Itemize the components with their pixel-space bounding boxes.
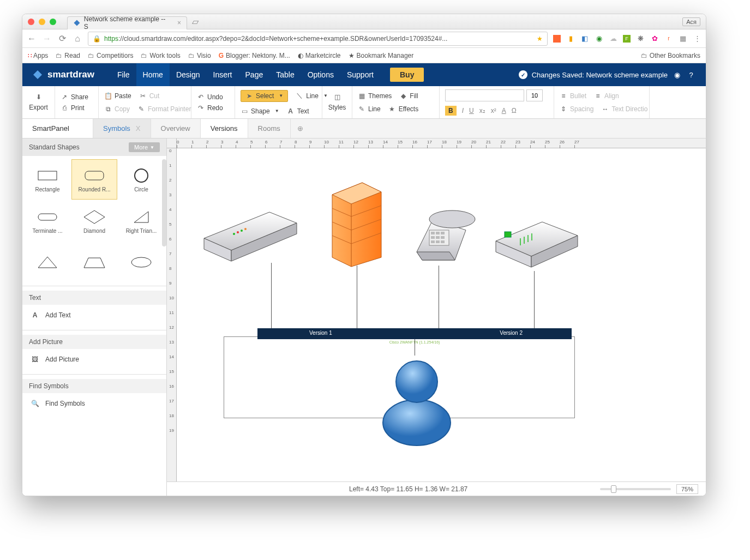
browser-tab[interactable]: Network scheme example -- S × — [67, 16, 187, 29]
apps-button[interactable]: ∷Apps — [28, 52, 48, 59]
zoom-slider[interactable] — [600, 488, 671, 490]
subscript-button[interactable]: x₂ — [479, 107, 485, 115]
text-direction-button[interactable]: ↔Text Directio — [601, 105, 647, 113]
add-text-button[interactable]: AAdd Text — [22, 305, 166, 326]
bookmark-link[interactable]: ★Bookmark Manager — [349, 52, 414, 59]
share-button[interactable]: ↗Share — [61, 93, 93, 101]
buy-button[interactable]: Buy — [390, 68, 424, 82]
profile-badge[interactable]: Ася — [682, 17, 700, 26]
switch-bar[interactable]: Version 1 Version 2 — [257, 328, 572, 339]
ext-icon[interactable]: ◉ — [595, 34, 603, 43]
symbol-button[interactable]: Ω — [512, 107, 517, 115]
menu-design[interactable]: Design — [170, 63, 207, 86]
connector[interactable] — [271, 263, 272, 328]
effects-button[interactable]: ★Effects — [388, 105, 418, 113]
close-icon[interactable]: X — [136, 124, 141, 133]
fill-button[interactable]: ◆Fill — [399, 92, 418, 100]
notifications-icon[interactable]: ◉ — [672, 70, 682, 80]
back-button[interactable]: ← — [27, 34, 37, 44]
shapes-scrollbar[interactable] — [162, 159, 166, 246]
menu-insert[interactable]: Insert — [207, 63, 239, 86]
canvas[interactable]: Version 1 Version 2 Cisco 2WANFTN (1.1.2… — [177, 148, 706, 496]
menu-icon[interactable]: ⋮ — [693, 34, 701, 43]
ext-icon[interactable]: ☁ — [609, 34, 617, 43]
ext-icon[interactable]: ▦ — [679, 34, 687, 43]
more-button[interactable]: More▼ — [129, 142, 160, 152]
styles-button[interactable]: ◫Styles — [328, 93, 346, 111]
export-button[interactable]: ⬇Export — [29, 93, 48, 111]
ext-icon[interactable]: ❋ — [636, 34, 645, 43]
paste-button[interactable]: 📋Paste — [104, 92, 131, 100]
home-button[interactable]: ⌂ — [73, 34, 82, 44]
bookmark-folder[interactable]: 🗀Read — [56, 52, 80, 59]
other-bookmarks[interactable]: 🗀Other Bookmarks — [641, 52, 700, 59]
window-close-icon[interactable] — [28, 19, 34, 25]
align-button[interactable]: ≡Align — [594, 92, 619, 100]
font-size-input[interactable] — [526, 89, 543, 101]
router-shape[interactable] — [490, 214, 583, 274]
superscript-button[interactable]: x² — [491, 107, 496, 115]
shape-rounded-rect[interactable]: Rounded R... — [71, 159, 117, 200]
italic-button[interactable]: I — [462, 107, 464, 115]
bookmark-folder[interactable]: 🗀Visio — [188, 52, 211, 59]
menu-page[interactable]: Page — [239, 63, 270, 86]
shape-rectangle[interactable]: Rectangle — [25, 159, 70, 200]
window-minimize-icon[interactable] — [39, 19, 45, 25]
bullet-button[interactable]: ≡Bullet — [560, 92, 586, 100]
ext-icon[interactable]: ◧ — [580, 34, 589, 43]
connector[interactable] — [534, 271, 535, 328]
connector[interactable] — [439, 266, 439, 328]
connector[interactable] — [415, 339, 415, 356]
add-tab-button[interactable]: ⊕ — [291, 119, 310, 138]
ext-icon[interactable]: r — [664, 34, 673, 43]
add-picture-button[interactable]: 🖼Add Picture — [22, 349, 166, 370]
shape-diamond[interactable]: Diamond — [71, 201, 117, 241]
tab-overview[interactable]: Overview — [151, 119, 201, 138]
shape-triangle[interactable] — [25, 242, 70, 282]
bookmark-link[interactable]: GBlogger: Nektony. M... — [219, 52, 290, 59]
firewall-shape[interactable] — [324, 178, 389, 268]
tab-smartpanel[interactable]: SmartPanel — [22, 119, 93, 138]
new-tab-button[interactable]: ▱ — [189, 14, 201, 29]
shape-terminate[interactable]: Terminate ... — [25, 201, 70, 241]
shape-circle[interactable]: Circle — [118, 159, 164, 200]
tab-close-icon[interactable]: × — [177, 19, 181, 27]
print-button[interactable]: ⎙Print — [61, 104, 93, 112]
undo-button[interactable]: ↶Undo — [197, 93, 229, 101]
bookmark-folder[interactable]: 🗀Work tools — [141, 52, 180, 59]
menu-support[interactable]: Support — [340, 63, 380, 86]
menu-options[interactable]: Options — [301, 63, 340, 86]
ext-icon[interactable]: ✿ — [650, 34, 659, 43]
format-painter-button[interactable]: ✎Format Painter — [137, 105, 191, 113]
copy-button[interactable]: ⧉Copy — [104, 105, 130, 113]
bold-button[interactable]: B — [445, 106, 457, 116]
help-icon[interactable]: ? — [686, 70, 696, 80]
select-tool[interactable]: ➤Select▼ — [241, 90, 288, 102]
spacing-button[interactable]: ⇕Spacing — [560, 105, 593, 113]
bookmark-folder[interactable]: 🗀Competitiors — [88, 52, 133, 59]
bookmark-link[interactable]: ◐Marketcircle — [298, 52, 341, 59]
star-icon[interactable]: ★ — [537, 35, 543, 43]
reload-button[interactable]: ⟳ — [57, 34, 67, 44]
shape-trapezoid[interactable] — [71, 242, 117, 282]
ext-icon[interactable]: ▮ — [566, 34, 575, 43]
menu-table[interactable]: Table — [269, 63, 301, 86]
line-style-button[interactable]: ✎Line — [358, 105, 381, 113]
user-shape[interactable] — [379, 354, 455, 447]
connector[interactable] — [357, 266, 357, 328]
underline-button[interactable]: U — [469, 107, 474, 115]
ext-icon[interactable] — [553, 35, 561, 43]
cut-button[interactable]: ✂Cut — [139, 92, 160, 100]
redo-button[interactable]: ↷Redo — [197, 104, 229, 112]
text-tool[interactable]: AText — [287, 107, 309, 115]
font-color-button[interactable]: A — [502, 107, 506, 115]
ext-icon[interactable]: F — [623, 35, 631, 43]
zoom-value[interactable]: 75% — [676, 484, 698, 494]
phone-shape[interactable] — [403, 200, 479, 268]
menu-home[interactable]: Home — [136, 63, 170, 86]
modem-shape[interactable] — [199, 200, 302, 266]
forward-button[interactable]: → — [42, 34, 52, 44]
app-logo[interactable]: smartdraw — [32, 69, 94, 80]
tab-symbols[interactable]: SymbolsX — [93, 119, 151, 138]
shape-right-triangle[interactable]: Right Trian... — [118, 201, 164, 241]
